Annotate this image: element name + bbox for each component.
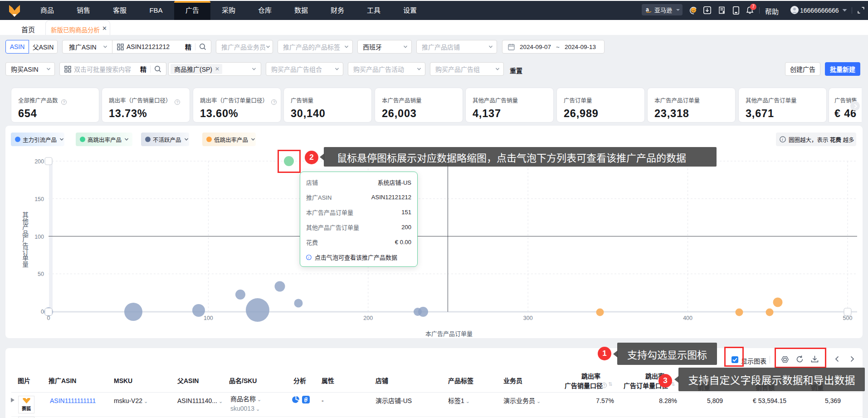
svg-text:150: 150: [34, 196, 44, 202]
svg-text:200: 200: [363, 315, 373, 321]
svg-text:400: 400: [683, 315, 692, 321]
svg-text:200: 200: [34, 158, 44, 165]
svg-text:500: 500: [843, 315, 853, 321]
svg-text:i: i: [308, 255, 309, 259]
svg-text:300: 300: [523, 315, 533, 321]
svg-text:0: 0: [47, 315, 50, 321]
svg-text:100: 100: [34, 234, 44, 240]
svg-text:100: 100: [204, 315, 213, 321]
svg-text:50: 50: [38, 271, 44, 277]
svg-text:0: 0: [41, 309, 44, 315]
